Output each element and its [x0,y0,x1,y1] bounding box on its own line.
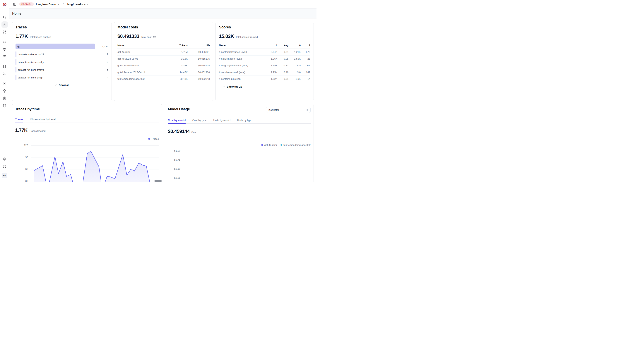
model-costs-col-header: USD [188,44,210,47]
usage-tab-units-by-type[interactable]: Units by type [237,119,252,124]
model-costs-row[interactable]: gpt-4.1-2025-04-143.38K$0.014108 [118,62,210,69]
scores-col-header: Avg [277,44,288,47]
scores-cell: 1.58K [288,58,301,60]
trace-bar [16,51,17,57]
model-usage-chart: $1.00$0.75$0.50$0.25 [168,147,311,182]
sidebar-item-search[interactable] [2,14,8,20]
scores-col-header: 0 [288,44,301,47]
model-usage-tabs: Cost by modelCost by typeUnits by modelU… [168,119,311,124]
app-root: FK PROD-EU Langfuse Demo langfuse-docs [0,0,317,182]
sidebar-item-sessions-clock[interactable] [2,46,8,52]
usage-tab-cost-by-type[interactable]: Cost by type [192,119,207,124]
model-costs-row[interactable]: gpt-4o-mini2.21M$0.456301 [118,49,210,56]
sidebar-toggle-button[interactable] [12,2,17,7]
sidebar-bottom: FK [2,156,8,182]
sidebar-item-evaluation-percent[interactable] [2,80,8,86]
legend-item-text-embedding-ada-002: text-embedding-ada-002 [281,144,311,146]
scores-row[interactable]: # contextrelevance (eval)2.04K0.341.21K5… [219,49,310,56]
trace-bar-zone: dataset-run-item-cmcky [16,59,97,65]
sidebar-item-datasets-database[interactable] [2,102,8,109]
chevron-down-icon [87,3,89,6]
info-icon[interactable] [153,36,156,39]
trace-name-label: dataset-run-item-cmc29 [18,53,44,56]
scores-cell: 0.34 [277,50,288,53]
model-costs-cell: text-embedding-ada-002 [118,78,167,80]
sidebar-item-settings-gear[interactable] [2,156,8,162]
traces-tab-observations-by-level[interactable]: Observations by Level [30,118,56,123]
scores-cell: 242 [301,71,310,74]
scores-row[interactable]: # contains-pii (eval)1.92K0.011.9K14 [219,76,310,82]
model-costs-table: ModelTokensUSDgpt-4o-mini2.21M$0.456301g… [118,44,210,82]
sidebar-item-annotation-clipboard[interactable] [2,95,8,101]
y-axis-tick: 120 [15,144,28,146]
usage-tab-units-by-model[interactable]: Units by model [213,119,230,124]
sidebar-item-dashboard[interactable] [2,29,8,35]
model-costs-cell: $0.015175 [188,58,210,60]
y-axis-tick: 30 [15,180,28,182]
model-costs-header-row: ModelTokensUSD [118,44,210,49]
scores-row[interactable]: # language-detector (eval)1.95K0.823551.… [219,62,310,69]
show-all-button[interactable]: Show all [16,84,108,86]
trace-bar-row[interactable]: dataset-run-item-cmc297 [16,51,108,57]
scores-cell: # language-detector (eval) [219,64,266,67]
sidebar-item-insights-lightbulb[interactable] [2,88,8,94]
scores-col-header: 1 [301,44,310,47]
model-select[interactable]: 2 selected [266,107,311,113]
scores-cell: # contextrelevance (eval) [219,50,266,53]
model-costs-total-label: Total cost [141,36,151,38]
legend-item-gpt-4o-mini: gpt-4o-mini [261,144,277,146]
sidebar-item-tracing-tree[interactable] [2,38,8,45]
scores-cell: # conciseness-v1 (eval) [219,71,266,74]
avatar[interactable]: FK [2,172,8,178]
y-axis-tick: $0.75 [168,158,180,161]
scores-row[interactable]: # hallucination (eval)1.96K0.051.58K25 [219,56,310,62]
org-switcher[interactable]: Langfuse Demo [36,3,60,6]
sidebar-item-users[interactable] [2,53,8,60]
trace-bar-row[interactable]: qa1,736 [16,44,108,49]
usage-tab-cost-by-model[interactable]: Cost by model [168,119,186,124]
environment-badge[interactable]: PROD-EU [19,2,34,6]
scores-cell: 240 [288,71,301,74]
trace-bar-row[interactable]: dataset-run-item-cmcky5 [16,59,108,65]
sidebar-item-home[interactable] [2,22,8,28]
trace-bar-row[interactable]: dataset-run-item-cmcvp5 [16,67,108,72]
model-costs-cell: 3.38K [167,64,188,67]
scores-cell: 1.21K [288,50,301,53]
scores-card-title: Scores [219,25,310,29]
y-axis-tick: 60 [15,168,28,170]
show-top-20-button[interactable]: Show top 20 [222,85,310,88]
scores-cell: 1.95K [266,71,277,74]
trace-bar-row[interactable]: dataset-run-item-cmcjf5 [16,74,108,80]
model-costs-row[interactable]: gpt-4.1-nano-2025-04-1414.45K$0.002906 [118,69,210,76]
sidebar: FK [0,0,9,182]
scores-cell: 0.05 [277,58,288,60]
scores-cell: 0.82 [277,64,288,67]
settings-gear-icon [3,158,6,161]
sidebar-item-prompts-file[interactable] [2,63,8,70]
model-costs-row[interactable]: gpt-4o-2024-08-063.13K$0.015175 [118,56,210,62]
langfuse-logo [0,0,9,9]
scores-row[interactable]: # conciseness-v1 (eval)1.95K0.48240242 [219,69,310,76]
model-costs-cell: gpt-4o-2024-08-06 [118,58,167,60]
sidebar-item-playground-terminal[interactable] [2,70,8,77]
bottom-card-row: Traces by time TracesObservations by Lev… [12,104,314,182]
usage-cost-metric: $0.459144 [168,128,190,134]
y-axis-tick: $0.50 [168,168,180,170]
model-costs-cell: gpt-4o-mini [118,50,167,53]
sidebar-item-support-lifebuoy[interactable] [2,163,8,170]
legend-label: text-embedding-ada-002 [283,144,311,146]
top-card-row: Traces 1.77K Total traces tracked qa1,73… [12,22,314,101]
chevron-down-icon [222,86,225,88]
project-switcher[interactable]: langfuse-docs [67,3,89,6]
model-costs-title: Model costs [118,25,210,29]
traces-tracked-metric: 1.77K [15,127,28,133]
model-costs-row[interactable]: text-embedding-ada-00228.43K$0.002843 [118,76,210,82]
horizontal-scrollbar-thumb[interactable] [154,180,162,182]
traces-card-title: Traces [16,25,108,29]
usage-line-chart [183,147,311,182]
trace-name-label: qa [17,45,20,48]
legend-dot [148,138,150,140]
scores-cell: 0.01 [277,78,288,80]
traces-tab-traces[interactable]: Traces [15,118,23,123]
dashboard-content: Traces 1.77K Total traces tracked qa1,73… [9,18,317,182]
